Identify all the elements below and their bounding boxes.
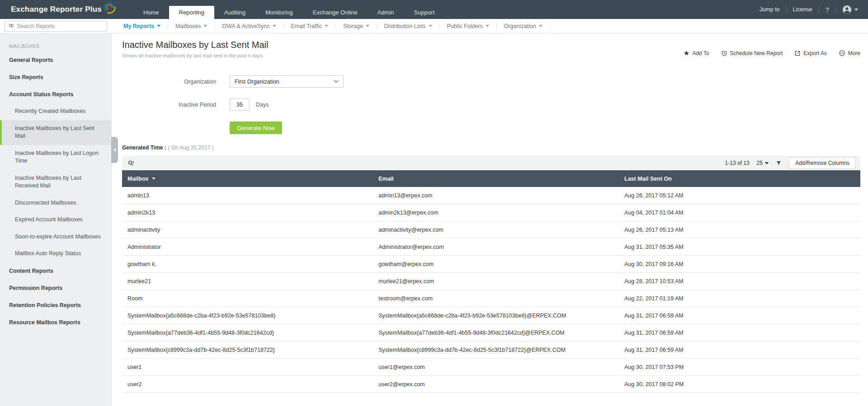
tab-auditing[interactable]: Auditing bbox=[214, 6, 255, 19]
schedule-new-report-label: Schedule New Report bbox=[730, 50, 783, 56]
export-icon bbox=[794, 50, 801, 56]
table-toolbar: 1-13 of 13 25 Add/Remove Columns bbox=[122, 156, 860, 170]
sidebar-item-account-status-reports[interactable]: Account Status Reports bbox=[0, 86, 111, 103]
add-to-button[interactable]: Add To bbox=[684, 50, 709, 56]
content-header: Inactive Mailboxes by Last Sent Mail Sho… bbox=[122, 40, 860, 58]
generate-now-button[interactable]: Generate Now bbox=[230, 121, 282, 134]
cell-email: admin2k13@erpex.com bbox=[373, 210, 619, 216]
tab-exchange-online[interactable]: Exchange Online bbox=[303, 6, 368, 19]
column-label: Last Mail Sent On bbox=[624, 176, 672, 182]
sidebar-item-content-reports[interactable]: Content Reports bbox=[0, 262, 111, 280]
generated-time-value: ( On Aug 31,2017 ) bbox=[168, 145, 213, 151]
sidebar-item-resource-mailbox-reports[interactable]: Resource Mailbox Reports bbox=[0, 314, 111, 331]
subnav-item-mailboxes[interactable]: Mailboxes bbox=[168, 23, 215, 30]
page-title: Inactive Mailboxes by Last Sent Mail bbox=[122, 40, 269, 50]
license-link[interactable]: License bbox=[793, 6, 812, 13]
cell-email: testroom@erpex.com bbox=[373, 295, 619, 302]
schedule-new-report-button[interactable]: Schedule New Report bbox=[721, 50, 783, 56]
page-size-select[interactable]: 25 bbox=[757, 160, 769, 166]
column-header-last-mail-sent-on[interactable]: Last Mail Sent On bbox=[619, 176, 860, 182]
subnav-label: Organization bbox=[504, 23, 536, 29]
inactive-period-input[interactable] bbox=[230, 98, 250, 111]
page: Exchange Reporter Plus HomeReportingAudi… bbox=[0, 0, 868, 406]
tab-home[interactable]: Home bbox=[133, 6, 169, 19]
sidebar-item-size-reports[interactable]: Size Reports bbox=[0, 69, 111, 86]
tab-monitoring[interactable]: Monitoring bbox=[255, 6, 303, 19]
primary-nav: HomeReportingAuditingMonitoringExchange … bbox=[133, 0, 444, 19]
generated-time-label: Generated Time : bbox=[122, 145, 166, 151]
funnel-icon bbox=[776, 160, 782, 166]
subnav-item-my-reports[interactable]: My Reports bbox=[116, 23, 168, 30]
jump-to-link[interactable]: Jump to bbox=[760, 6, 779, 13]
cell-email: gowtham@erpex.com bbox=[373, 261, 619, 267]
column-label: Mailbox bbox=[127, 176, 149, 182]
app-logo-text: Exchange Reporter Plus bbox=[11, 5, 102, 14]
table-row: SystemMailbox{a77deb36-4df1-4b55-9d48-3f… bbox=[122, 324, 860, 341]
body: MAILBOXESGeneral ReportsSize ReportsAcco… bbox=[0, 33, 868, 406]
table-row: AdministratorAdministrator@erpex.comAug … bbox=[122, 238, 860, 256]
subnav-item-owa-activesync[interactable]: OWA & ActiveSync bbox=[215, 23, 283, 30]
table-row: SystemMailbox{c8999c3a-dd7b-42ec-8d25-5c… bbox=[122, 341, 860, 359]
user-menu[interactable] bbox=[842, 5, 858, 14]
organization-select[interactable]: First Organization bbox=[230, 75, 344, 88]
sidebar-collapse-handle[interactable] bbox=[111, 137, 118, 163]
cell-last-mail-sent-on: Aug 04, 2017 01:04 AM bbox=[619, 210, 860, 216]
cell-last-mail-sent-on: Aug 26, 2017 05:12 AM bbox=[619, 192, 860, 199]
search-reports-box[interactable] bbox=[5, 21, 107, 32]
table-row: adminactivityadminactivity@erpex.comAug … bbox=[122, 221, 860, 238]
table-search-icon[interactable] bbox=[127, 160, 134, 167]
sidebar-item-inactive-mailboxes-by-last-sent-mail[interactable]: Inactive Mailboxes by Last Sent Mail bbox=[0, 120, 111, 145]
table-row: user2user2@erpex.comAug 30, 2017 08:02 P… bbox=[122, 376, 860, 393]
subnav-item-distribution-lists[interactable]: Distribution Lists bbox=[377, 23, 440, 30]
column-header-email[interactable]: Email bbox=[373, 176, 619, 182]
column-header-mailbox[interactable]: Mailbox bbox=[122, 176, 373, 182]
add-remove-columns-button[interactable]: Add/Remove Columns bbox=[789, 157, 856, 169]
sort-caret-icon bbox=[152, 177, 156, 180]
cell-last-mail-sent-on: Aug 31, 2017 05:35 AM bbox=[619, 244, 860, 250]
divider bbox=[835, 6, 836, 13]
subnav-item-storage[interactable]: Storage bbox=[336, 23, 377, 30]
subnav-label: Storage bbox=[343, 23, 363, 29]
sidebar-item-expired-account-mailboxes[interactable]: Expired Account Mailboxes bbox=[0, 211, 111, 229]
days-label: Days bbox=[256, 102, 269, 108]
subnav-label: Email Traffic bbox=[291, 23, 322, 29]
tab-support[interactable]: Support bbox=[404, 6, 445, 19]
sidebar-item-disconnected-mailboxes[interactable]: Disconnected Mailboxes bbox=[0, 195, 111, 212]
table-row: gowtham k.gowtham@erpex.comAug 30, 2017 … bbox=[122, 256, 860, 273]
sidebar-item-inactive-mailboxes-by-last-logon-time[interactable]: Inactive Mailboxes by Last Logon Time bbox=[0, 145, 111, 170]
logo-swoosh-icon bbox=[103, 1, 116, 14]
subnav-label: Distribution Lists bbox=[384, 23, 426, 29]
table-row: user1user1@erpex.comAug 30, 2017 07:53 P… bbox=[122, 359, 860, 376]
cell-mailbox: admin13 bbox=[122, 192, 373, 199]
subnav-item-email-traffic[interactable]: Email Traffic bbox=[284, 23, 336, 30]
export-as-label: Export As bbox=[803, 50, 826, 56]
export-as-button[interactable]: Export As bbox=[794, 50, 826, 56]
sidebar-item-permission-reports[interactable]: Permission Reports bbox=[0, 280, 111, 297]
subnav-item-organization[interactable]: Organization bbox=[497, 23, 550, 30]
cell-last-mail-sent-on: Aug 31, 2017 06:59 AM bbox=[619, 330, 860, 336]
subnav-item-public-folders[interactable]: Public Folders bbox=[440, 23, 497, 30]
report-table: 1-13 of 13 25 Add/Remove Columns Mailbox bbox=[122, 156, 860, 393]
sidebar-item-general-reports[interactable]: General Reports bbox=[0, 51, 111, 69]
chevron-down-icon bbox=[203, 25, 207, 27]
topbar-right: Jump to License ? bbox=[760, 0, 868, 19]
tab-reporting[interactable]: Reporting bbox=[169, 6, 214, 19]
tab-admin[interactable]: Admin bbox=[368, 6, 404, 19]
app-logo[interactable]: Exchange Reporter Plus bbox=[0, 0, 116, 19]
secondary-nav-bar: My ReportsMailboxesOWA & ActiveSyncEmail… bbox=[0, 19, 868, 33]
chevron-down-icon bbox=[429, 25, 432, 27]
filter-button[interactable] bbox=[776, 160, 782, 166]
sidebar-item-soon-to-expire-account-mailboxes[interactable]: Soon-to-expire Account Mailboxes bbox=[0, 229, 111, 246]
help-icon[interactable]: ? bbox=[826, 6, 829, 14]
sidebar-item-recently-created-mailboxes[interactable]: Recently Created Mailboxes bbox=[0, 103, 111, 120]
sidebar-item-inactive-mailboxes-by-last-received-mail[interactable]: Inactive Mailboxes by Last Received Mail bbox=[0, 170, 111, 195]
page-size-value: 25 bbox=[757, 160, 763, 166]
cell-last-mail-sent-on: Aug 31, 2017 06:59 AM bbox=[619, 313, 860, 319]
more-button[interactable]: More bbox=[839, 50, 860, 56]
page-subtitle: Shows all inactive mailboxes by last mai… bbox=[122, 53, 269, 58]
sidebar-item-retention-policies-reports[interactable]: Retention Policies Reports bbox=[0, 297, 111, 314]
sidebar-item-mailbox-auto-reply-status[interactable]: Mailbox Auto Reply Status bbox=[0, 245, 111, 262]
cell-last-mail-sent-on: Aug 30, 2017 08:02 PM bbox=[619, 381, 860, 387]
search-reports-input[interactable] bbox=[17, 23, 103, 29]
subnav-label: OWA & ActiveSync bbox=[222, 23, 269, 29]
